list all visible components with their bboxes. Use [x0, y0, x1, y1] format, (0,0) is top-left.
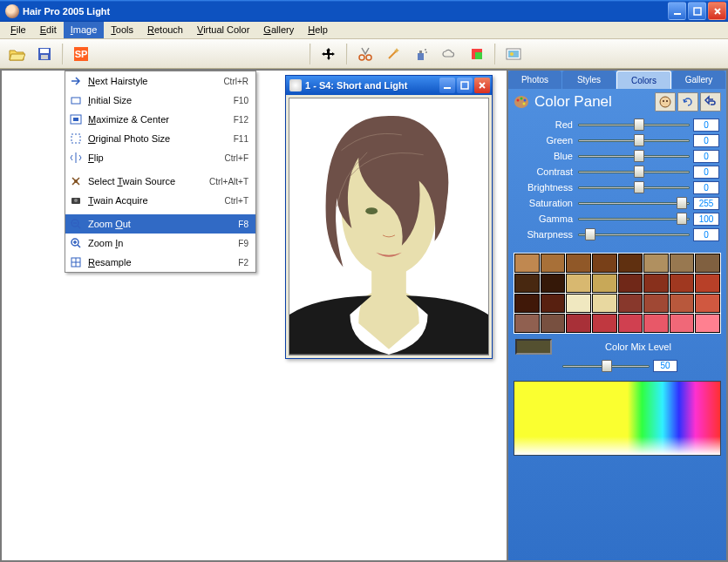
color-swatch[interactable] [592, 314, 617, 333]
color-swatch[interactable] [541, 314, 566, 333]
color-swatch[interactable] [643, 314, 669, 333]
child-title: 1 - S4: Short and Light [305, 80, 438, 91]
color-swatch[interactable] [592, 254, 617, 273]
color-swatch[interactable] [695, 314, 720, 333]
color-swatch[interactable] [618, 314, 643, 333]
menu-item-maximize-center[interactable]: Maximize & CenterF12 [65, 110, 255, 129]
zoomout-icon [69, 217, 83, 231]
color-swatch[interactable] [541, 294, 566, 313]
slider-sharpness-track[interactable] [578, 228, 690, 240]
cloud-tool[interactable] [436, 42, 462, 66]
slider-saturation-track[interactable] [578, 197, 690, 209]
menu-item-zoom-out[interactable]: Zoom OutF8 [65, 214, 255, 234]
maximize-button[interactable] [688, 2, 706, 20]
color-swatch[interactable] [695, 294, 720, 313]
svg-point-37 [523, 103, 526, 105]
color-swatch[interactable] [566, 274, 591, 293]
close-button[interactable] [708, 2, 726, 20]
color-swatch[interactable] [695, 254, 720, 273]
color-swatch[interactable] [618, 254, 643, 273]
color-swatch[interactable] [592, 274, 617, 293]
gradient-picker[interactable] [514, 381, 721, 456]
tab-photos[interactable]: Photos [508, 71, 561, 89]
app-icon [5, 4, 19, 18]
svg-point-7 [359, 55, 364, 60]
color-swatch[interactable] [643, 294, 669, 313]
slider-saturation: Saturation255 [508, 195, 719, 211]
menu-item-next-hairstyle[interactable]: Next HairstyleCtrl+R [65, 71, 255, 91]
color-swatch[interactable] [592, 294, 617, 313]
menu-tools[interactable]: Tools [104, 22, 140, 38]
open-button[interactable] [3, 42, 30, 66]
color-swatch-grid [514, 253, 721, 334]
child-close-button[interactable] [474, 78, 490, 93]
undo-button[interactable] [700, 92, 721, 112]
color-swatch[interactable] [514, 274, 540, 293]
menu-item-zoom-in[interactable]: Zoom InF9 [65, 234, 255, 253]
panel-title: Color Panel [534, 93, 653, 111]
color-swatch[interactable] [643, 274, 669, 293]
menu-virtual-color[interactable]: Virtual Color [190, 22, 256, 38]
menu-image[interactable]: Image [64, 22, 105, 38]
color-swatch[interactable] [695, 274, 720, 293]
spray-tool[interactable] [408, 42, 434, 66]
face-tool-button[interactable] [655, 92, 676, 112]
cut-tool[interactable] [352, 42, 378, 66]
app-titlebar: Hair Pro 2005 Light [0, 0, 728, 22]
canvas-area[interactable]: Next HairstyleCtrl+RInitial SizeF10Maxim… [2, 71, 507, 560]
child-titlebar[interactable]: 1 - S4: Short and Light [286, 76, 492, 95]
app-logo-button[interactable]: SP [68, 42, 94, 66]
color-swatch[interactable] [514, 314, 540, 333]
wand-tool[interactable] [380, 42, 406, 66]
child-minimize-button[interactable] [439, 78, 455, 93]
color-swatch[interactable] [618, 274, 643, 293]
color-swatch[interactable] [566, 254, 591, 273]
slider-blue-track[interactable] [578, 150, 690, 162]
photo-tool[interactable] [500, 42, 527, 66]
child-window[interactable]: 1 - S4: Short and Light [285, 75, 493, 359]
tab-gallery[interactable]: Gallery [672, 71, 725, 89]
menu-item-resample[interactable]: ResampleF2 [65, 253, 255, 272]
menu-item-select-twain-source[interactable]: Select Twain SourceCtrl+Alt+T [65, 172, 255, 191]
move-tool[interactable] [316, 42, 342, 66]
menu-file[interactable]: File [3, 22, 33, 38]
slider-gamma-track[interactable] [578, 213, 690, 225]
image-menu-dropdown: Next HairstyleCtrl+RInitial SizeF10Maxim… [65, 71, 256, 273]
color-swatch[interactable] [643, 254, 669, 273]
svg-point-24 [74, 199, 78, 202]
color-swatch[interactable] [670, 314, 695, 333]
mix-slider[interactable] [562, 365, 650, 368]
slider-green-track[interactable] [578, 134, 690, 146]
minimize-button[interactable] [668, 2, 686, 20]
color-swatch[interactable] [514, 294, 540, 313]
refresh-button[interactable] [677, 92, 698, 112]
menu-retouch[interactable]: Retouch [140, 22, 190, 38]
color-swatch[interactable] [566, 314, 591, 333]
color-swatch[interactable] [566, 294, 591, 313]
child-maximize-button[interactable] [457, 78, 473, 93]
color-swatch[interactable] [514, 254, 540, 273]
tab-styles[interactable]: Styles [562, 71, 616, 89]
slider-contrast-track[interactable] [578, 166, 690, 178]
color-tool[interactable] [464, 42, 490, 66]
tab-colors[interactable]: Colors [616, 71, 671, 89]
mix-swatch[interactable] [515, 339, 552, 355]
slider-red-track[interactable] [578, 118, 690, 131]
menu-gallery[interactable]: Gallery [256, 22, 301, 38]
slider-brightness-track[interactable] [578, 181, 690, 193]
save-button[interactable] [31, 42, 58, 66]
menu-item-twain-acquire[interactable]: Twain AcquireCtrl+T [65, 191, 255, 210]
color-swatch[interactable] [541, 254, 566, 273]
photo-canvas[interactable] [289, 98, 489, 355]
color-swatch[interactable] [670, 254, 695, 273]
menu-item-flip[interactable]: FlipCtrl+F [65, 148, 255, 167]
svg-point-17 [510, 52, 514, 56]
color-swatch[interactable] [541, 274, 566, 293]
menu-help[interactable]: Help [301, 22, 335, 38]
menu-item-initial-size[interactable]: Initial SizeF10 [65, 91, 255, 110]
menu-item-original-photo-size[interactable]: Original Photo SizeF11 [65, 129, 255, 148]
color-swatch[interactable] [670, 294, 695, 313]
color-swatch[interactable] [618, 294, 643, 313]
color-swatch[interactable] [670, 274, 695, 293]
menu-edit[interactable]: Edit [33, 22, 64, 38]
